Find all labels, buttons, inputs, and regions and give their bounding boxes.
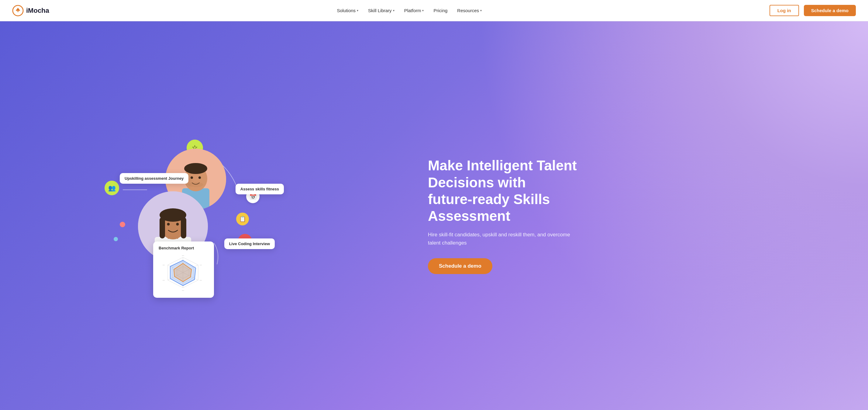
nav-links: Solutions ▾ Skill Library ▾ Platform ▾ P… [337, 8, 482, 13]
imocha-logo-icon [12, 5, 24, 17]
nav-item-pricing[interactable]: Pricing [433, 8, 447, 13]
svg-text:—: — [182, 254, 184, 256]
upskilling-card-text: Upskilling assessment Journey [125, 176, 184, 181]
nav-link-solutions[interactable]: Solutions ▾ [337, 8, 358, 13]
svg-text:—: — [163, 264, 165, 266]
benchmark-report-title: Benchmark Report [159, 246, 209, 250]
schedule-demo-button-nav[interactable]: Schedule a demo [804, 5, 856, 16]
nav-link-platform[interactable]: Platform ▾ [404, 8, 424, 13]
svg-text:—: — [200, 279, 202, 281]
doc-icon-bubble: 📋 [236, 213, 249, 225]
nav-item-platform[interactable]: Platform ▾ [404, 8, 424, 13]
svg-point-5 [184, 163, 207, 174]
svg-rect-17 [181, 217, 186, 238]
upskilling-card: Upskilling assessment Journey [120, 173, 188, 184]
schedule-demo-button-hero[interactable]: Schedule a demo [428, 258, 492, 274]
live-coding-card-text: Live Coding Interview [229, 241, 270, 246]
hero-content: Make Intelligent Talent Decisions with f… [416, 139, 868, 292]
svg-point-6 [191, 176, 193, 179]
assess-skills-card: Assess skills fitness [236, 184, 284, 194]
chevron-down-icon: ▾ [480, 9, 482, 12]
nav-actions: Log in Schedule a demo [770, 5, 856, 16]
assess-skills-card-text: Assess skills fitness [240, 187, 279, 191]
hero-section: ☆ 👥 [0, 21, 868, 410]
svg-rect-16 [160, 217, 165, 238]
svg-point-19 [176, 223, 179, 226]
navbar: iMocha Solutions ▾ Skill Library ▾ Platf… [0, 0, 868, 21]
chevron-down-icon: ▾ [422, 9, 424, 12]
hero-subtext: Hire skill-fit candidates, upskill and r… [428, 231, 574, 247]
svg-point-8 [188, 182, 203, 187]
benchmark-report-card: Benchmark Report — — [153, 241, 214, 298]
svg-point-18 [167, 223, 170, 226]
chevron-down-icon: ▾ [393, 9, 395, 12]
chevron-down-icon: ▾ [357, 9, 358, 12]
nav-item-skill-library[interactable]: Skill Library ▾ [368, 8, 395, 13]
svg-text:—: — [163, 279, 165, 281]
nav-link-skill-library[interactable]: Skill Library ▾ [368, 8, 395, 13]
illustration-area: ☆ 👥 [123, 130, 293, 301]
hero-illustration: ☆ 👥 [0, 124, 416, 307]
logo-link[interactable]: iMocha [12, 5, 49, 17]
decorative-dot-blue [114, 237, 118, 241]
benchmark-radar-chart: — — — — — — [159, 253, 207, 292]
logo-text: iMocha [26, 7, 49, 14]
people-icon-bubble: 👥 [104, 181, 119, 195]
nav-link-pricing[interactable]: Pricing [433, 8, 447, 13]
document-icon: 📋 [239, 216, 246, 222]
svg-text:—: — [200, 264, 202, 266]
nav-link-resources[interactable]: Resources ▾ [457, 8, 482, 13]
decorative-dot-pink [120, 222, 125, 227]
people-icon: 👥 [108, 184, 116, 192]
live-coding-card: Live Coding Interview [224, 238, 275, 249]
hero-heading: Make Intelligent Talent Decisions with f… [428, 157, 844, 225]
svg-point-7 [198, 176, 201, 179]
svg-text:—: — [182, 289, 184, 291]
nav-item-resources[interactable]: Resources ▾ [457, 8, 482, 13]
nav-item-solutions[interactable]: Solutions ▾ [337, 8, 358, 13]
login-button[interactable]: Log in [770, 5, 799, 16]
